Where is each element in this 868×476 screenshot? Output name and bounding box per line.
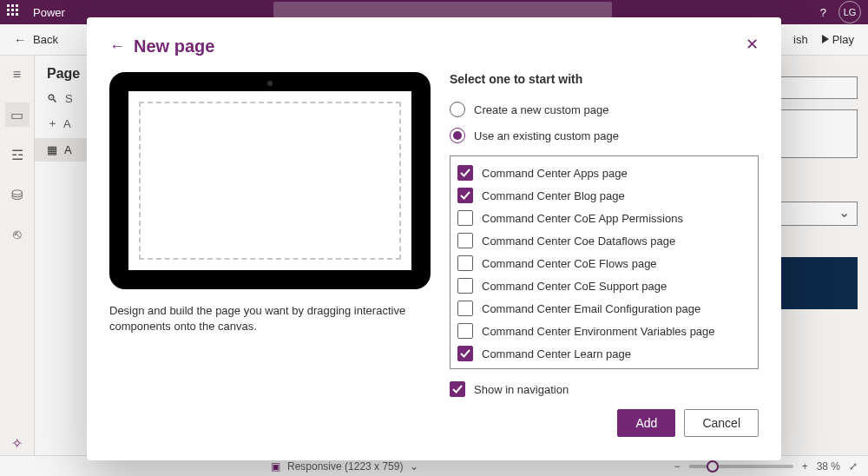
page-option-label: Command Center CoE Support page <box>482 280 667 293</box>
radio-icon <box>450 128 465 143</box>
checkbox-icon <box>457 368 473 369</box>
page-option[interactable]: Command Center Blog page <box>457 184 751 207</box>
page-option-label: Command Center Email Configuration page <box>482 302 700 315</box>
page-option-label: Command Center Coe Dataflows page <box>482 235 675 248</box>
page-option-label: Command Center Apps page <box>482 167 628 180</box>
checkbox-icon <box>457 301 473 316</box>
page-option[interactable]: Command Center Maker Apps <box>457 365 751 369</box>
tablet-preview <box>109 72 431 289</box>
page-option[interactable]: Command Center CoE Support page <box>457 274 751 297</box>
new-page-dialog: ← New page ✕ Design and build the page y… <box>87 17 781 460</box>
close-icon[interactable]: ✕ <box>746 35 759 54</box>
checkbox-icon <box>450 381 465 397</box>
add-button[interactable]: Add <box>617 409 675 437</box>
page-option[interactable]: Command Center Apps page <box>457 162 751 184</box>
checkbox-icon <box>457 210 473 226</box>
page-option-label: Command Center Blog page <box>482 189 625 202</box>
checkbox-icon <box>457 323 473 339</box>
checkbox-icon <box>457 233 473 248</box>
checkbox-icon <box>457 188 473 203</box>
checkbox-icon <box>457 278 473 294</box>
existing-pages-list[interactable]: Command Center Apps pageCommand Center B… <box>450 155 759 369</box>
radio-icon <box>450 102 465 117</box>
modal-title: New page <box>134 36 214 56</box>
page-option[interactable]: Command Center Environment Variables pag… <box>457 320 751 342</box>
checkbox-icon <box>457 346 473 361</box>
radio-create-new[interactable]: Create a new custom page <box>450 102 759 117</box>
checkbox-icon <box>457 255 473 271</box>
modal-subtitle: Select one to start with <box>450 72 759 86</box>
page-option[interactable]: Command Center Email Configuration page <box>457 297 751 320</box>
page-option[interactable]: Command Center CoE Flows page <box>457 252 751 274</box>
page-option[interactable]: Command Center Learn page <box>457 342 751 365</box>
page-option[interactable]: Command Center CoE App Permissions <box>457 207 751 229</box>
page-option-label: Command Center Environment Variables pag… <box>482 325 715 338</box>
modal-back-icon[interactable]: ← <box>109 37 125 56</box>
radio-use-existing[interactable]: Use an existing custom page <box>450 128 759 143</box>
page-option-label: Command Center CoE App Permissions <box>482 212 683 225</box>
cancel-button[interactable]: Cancel <box>684 409 759 437</box>
page-option-label: Command Center Learn page <box>482 347 631 360</box>
page-option-label: Command Center CoE Flows page <box>482 257 657 270</box>
modal-description: Design and build the page you want by dr… <box>109 303 431 334</box>
show-in-navigation-checkbox[interactable]: Show in navigation <box>450 381 759 397</box>
page-option[interactable]: Command Center Coe Dataflows page <box>457 229 751 252</box>
checkbox-icon <box>457 165 473 181</box>
